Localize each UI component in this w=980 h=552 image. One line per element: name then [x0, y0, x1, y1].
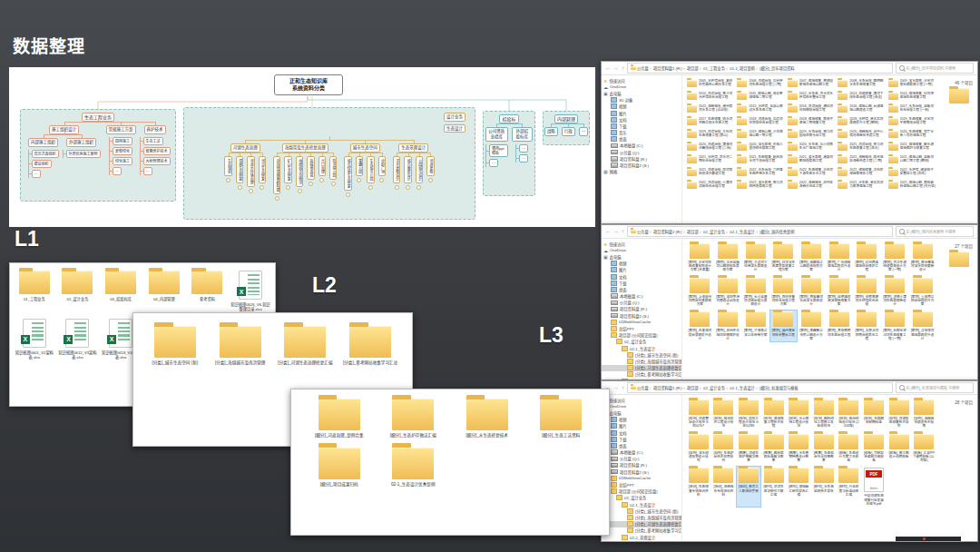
file-item[interactable]: [规范]_堤防工程设计规范 GB50286 [737, 399, 760, 429]
breadcrumb-segment[interactable]: [细分]_标准规范与模板› [760, 385, 798, 390]
nav-item[interactable]: 3D 对象 [602, 97, 681, 104]
nav-item[interactable]: [分类]_参考网站收集学习汇总 [602, 371, 681, 378]
file-item[interactable]: [图集]_园林景观标准做法图集 [762, 433, 786, 464]
breadcrumb-segment[interactable]: 02_设计业务› [703, 229, 729, 234]
folder-item[interactable]: 2021_海绵城市_回天地区海绵改造工程 (二期) [838, 155, 885, 163]
breadcrumb-segment[interactable]: [细分]_历年项目资料› [760, 65, 794, 71]
nav-item[interactable]: 总结PPT [602, 325, 681, 331]
nav-item[interactable]: 本地磁盘 (C:) [602, 143, 681, 149]
breadcrumb-segment[interactable]: 项目部› [687, 385, 702, 390]
folder-item[interactable]: 2012_水生态_凉水河水环境综合整治工程 [788, 92, 835, 100]
nav-item[interactable]: 02-1_生态设计 [602, 345, 681, 351]
nav-item[interactable]: 公共盘 (Q:) [602, 149, 681, 155]
folder-item[interactable]: [案例]_南昌赣江市民公园设计方案 [799, 310, 825, 341]
nav-item[interactable]: 公共盘 (Q:) [602, 300, 681, 306]
file-item[interactable]: [模板]_施工图设计说明模板 [887, 433, 911, 464]
nav-item[interactable]: OneDrive [602, 247, 681, 253]
folder-item[interactable]: [案例]_福州晋安河综合整治工程 [770, 310, 797, 341]
folder-item[interactable]: 2021_湿地修复_衡水湖湿地保护与修复工程 [888, 143, 936, 151]
file-item[interactable]: [规范]_河道整治设计规范 GB50707 [687, 399, 710, 429]
breadcrumb-segment[interactable]: 公共盘› [637, 65, 652, 71]
nav-item[interactable]: 文档 [602, 273, 681, 280]
file-item[interactable]: [研究]_河流生态学研究文献汇编 [762, 467, 786, 507]
file-item[interactable]: [规范]_湿地恢复工程技术规程 [762, 399, 786, 429]
nav-item[interactable]: 项目资料盘2 (S:) [602, 468, 681, 475]
nav-item[interactable]: [分类]_参考网站收集学习汇总 [602, 527, 681, 534]
folder-item[interactable]: 2018_湿地修复_南海子湿地二期修复工程 [788, 117, 835, 125]
file-item[interactable]: [图集]_生态驳岸节点详图图集 [812, 433, 836, 464]
breadcrumb-segment[interactable]: 02-1_生态设计› [730, 229, 759, 234]
folder-item[interactable]: [案例]_深圳茅洲河碧道试点段设计 [715, 277, 741, 308]
nav-item[interactable]: 音乐 [602, 130, 681, 136]
folder-item[interactable]: 2022_河流治理_小清河流域综合治理工程 [687, 181, 734, 189]
file-item[interactable]: [培训]_生态修复专题培训资料 [687, 467, 710, 507]
folder-item[interactable]: [案例]_济南小清河生态景观带设计 [882, 277, 908, 308]
folder-item[interactable]: 2019_湿地公园_沙河湿地公园一期工程 [737, 130, 784, 138]
nav-item[interactable]: OneDrive [602, 403, 681, 409]
folder-item[interactable]: 2021_水环境_凉水河二期综合治理工程 [687, 155, 734, 163]
folder-item[interactable]: 2017_水系治理_温榆河综合治理工程 (一标) [888, 104, 936, 113]
nav-item[interactable]: 项目部 (公司知识库盘) [602, 332, 681, 339]
file-item[interactable]: [研究]_行业政策与标准动态汇编 [838, 467, 861, 507]
folder-item[interactable]: 2020_河道治理_清潩河许昌段治理工程 (二标) [687, 143, 734, 151]
nav-item[interactable]: [分类]_河湖生态治理修复汇编 [602, 365, 681, 371]
breadcrumb-segment[interactable]: 项目部› [687, 65, 702, 71]
nav-item[interactable]: 快速访问 [602, 397, 681, 403]
folder-item[interactable]: 2021_河流治理_拒马河生态修复工程 (涞水) [838, 143, 885, 151]
file-item[interactable]: [图集]_水生植物种植设计图集 [787, 433, 810, 464]
folder-item[interactable]: [案例]_太原汾河四期治理美化工程 [854, 310, 880, 341]
folder-item[interactable]: [案例]_北京温榆河公园控规及景观方案 [715, 242, 741, 273]
up-button[interactable]: ↑ [622, 385, 624, 390]
nav-item[interactable]: 视频 [602, 417, 681, 423]
nav-item[interactable]: OneDrive [602, 84, 681, 90]
nav-item[interactable]: 网络 [602, 169, 681, 175]
l2-item[interactable]: [分类]_河湖生态治理修复汇编 [273, 326, 338, 366]
file-item[interactable]: [研究]_湿地碳汇研究报告汇编 [787, 467, 810, 507]
breadcrumb-segment[interactable]: 02-1_生态设计› [730, 385, 759, 390]
search-input[interactable]: 在 [细分]_标准规范与模板 中搜索 [896, 382, 974, 393]
folder-item[interactable]: [案例]_西安灞河右岸滨水景观设计 [799, 277, 825, 308]
folder-item[interactable]: [案例]_长沙圭塘河流域治理与景观设计 [742, 277, 769, 308]
nav-item[interactable]: 02_设计业务 [602, 339, 681, 345]
nav-item[interactable]: 项目资料盘 (R:) [602, 306, 681, 312]
folder-item[interactable]: 2018_水环境_萧太后河景观提升工程 (朝阳) [838, 117, 885, 125]
nav-item[interactable]: 02_设计业务 [602, 495, 681, 501]
folder-item[interactable]: [案例]_广州海珠湿地品质提升设计 [826, 242, 852, 273]
folder-icon[interactable] [949, 251, 969, 267]
folder-item[interactable]: 2015_水环境_玉泉山周边水系生态工程 [737, 104, 784, 113]
folder-item[interactable]: [案例]_石家庄滹沱河生态修复工程 (一期) [882, 310, 908, 341]
nav-item[interactable]: 本地磁盘 (C:) [602, 449, 681, 456]
nav-item[interactable]: 下载 [602, 123, 681, 129]
l3-item[interactable]: [细分]_生态工法资料 [524, 399, 599, 439]
nav-item[interactable]: 本地磁盘 (C:) [602, 293, 681, 300]
breadcrumb-segment[interactable]: 公共盘› [637, 385, 652, 390]
nav-item[interactable]: 项目资料盘 (R:) [602, 462, 681, 468]
nav-item[interactable]: 总结PPT [602, 481, 681, 488]
folder-item[interactable]: [案例]_天津海河堤岸景观提升设计 [687, 310, 713, 341]
folder-item[interactable]: [案例]_武汉东湖绿道景观设计方案 (一期) [882, 242, 908, 273]
nav-item[interactable]: 下载 [602, 436, 681, 442]
folder-item[interactable]: 2020_水生态_北小河再生水厂湿地工程 [788, 143, 835, 151]
back-button[interactable]: ← [605, 65, 611, 71]
nav-item[interactable]: 公共盘 (Q:) [602, 456, 681, 462]
nav-item[interactable]: 图片 [602, 110, 681, 116]
nav-item[interactable]: 文档 [602, 116, 681, 123]
nav-item[interactable]: 此电脑 [602, 90, 681, 96]
nav-item[interactable]: 02-1_生态设计 [602, 501, 681, 508]
folder-item[interactable]: [案例]_合肥南淝河水环境综合治理 [854, 277, 880, 308]
up-button[interactable]: ↑ [622, 65, 624, 71]
nav-item[interactable]: 项目部 (公司知识库盘) [602, 488, 681, 495]
folder-item[interactable]: [案例]_贵阳南明河生态治理工程 [826, 310, 852, 341]
folder-item[interactable]: [案例]_永定河生态修复规划设计方案 (京津冀) [687, 242, 713, 273]
l1-item[interactable]: 参考资料 [186, 271, 230, 312]
folder-item[interactable]: 2016_湿地公园_台湖湿地公园建设工程 [838, 104, 885, 113]
file-item[interactable]: [模板]_汇报PPT通用模板 (公司版) [912, 433, 936, 464]
breadcrumb-segment[interactable]: 项目资料盘2 (R:)› [653, 385, 686, 390]
folder-item[interactable]: [案例]_杭州西溪湿地综合保护工程 [854, 242, 880, 273]
folder-item[interactable]: [案例]_宁波甬江滨江休闲带方案 [742, 310, 769, 341]
l1-item[interactable]: 03_招投标库 [99, 271, 142, 312]
forward-button[interactable]: → [613, 65, 619, 71]
l1-item[interactable]: 04_内部管理 [142, 271, 186, 312]
folder-item[interactable]: 2006_河道治理_北京转河生态治理工程 (二期) [737, 79, 784, 87]
folder-item[interactable]: 2018_河道治理_北运河甘棠段综合治理工程 [737, 117, 784, 125]
